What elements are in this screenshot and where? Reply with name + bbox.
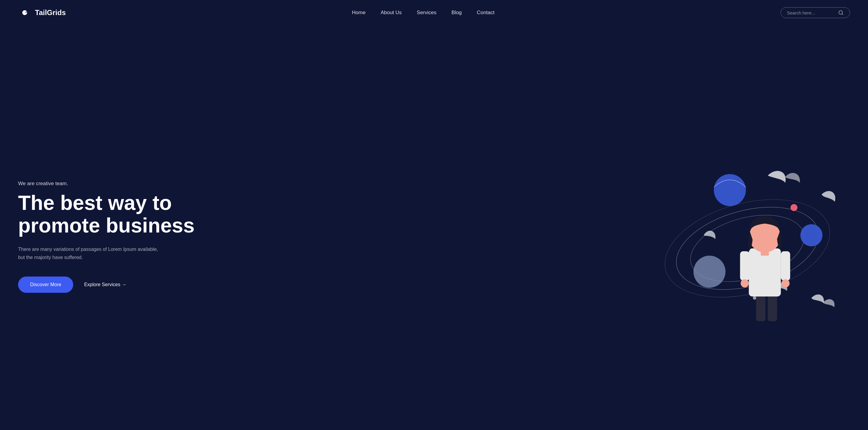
- hero-illustration-svg: [639, 149, 850, 324]
- hero-description: There are many variations of passages of…: [18, 245, 163, 261]
- svg-point-15: [741, 279, 749, 287]
- nav-home[interactable]: Home: [352, 10, 366, 16]
- nav-services[interactable]: Services: [417, 10, 436, 16]
- svg-point-8: [801, 224, 823, 246]
- svg-point-7: [790, 204, 798, 211]
- brand-name: TailGrids: [35, 8, 66, 17]
- svg-rect-16: [781, 251, 790, 281]
- hero-actions: Discover More Explore Services →: [18, 277, 195, 293]
- hero-illustration: [639, 149, 850, 324]
- svg-point-3: [667, 193, 828, 304]
- hero-heading-line2: promote business: [18, 214, 195, 237]
- explore-services-button[interactable]: Explore Services →: [84, 282, 127, 287]
- discover-more-button[interactable]: Discover More: [18, 277, 73, 293]
- svg-point-6: [714, 174, 746, 206]
- search-icon: [838, 10, 844, 16]
- search-bar: [781, 7, 850, 18]
- hero-heading: The best way to promote business: [18, 192, 195, 237]
- navbar: TailGrids Home About Us Services Blog Co…: [0, 0, 868, 25]
- brand-logo-icon: [18, 6, 31, 19]
- svg-rect-19: [761, 250, 769, 256]
- search-button[interactable]: [838, 10, 844, 16]
- nav-about[interactable]: About Us: [381, 10, 402, 16]
- nav-links: Home About Us Services Blog Contact: [352, 10, 495, 16]
- nav-contact[interactable]: Contact: [477, 10, 495, 16]
- search-input[interactable]: [787, 10, 835, 16]
- hero-heading-line1: The best way to: [18, 191, 172, 214]
- hero-content: We are creative team. The best way to pr…: [18, 181, 195, 293]
- svg-point-17: [781, 279, 789, 287]
- svg-point-10: [753, 296, 756, 300]
- nav-blog[interactable]: Blog: [452, 10, 462, 16]
- hero-tagline: We are creative team.: [18, 181, 195, 187]
- svg-line-2: [842, 13, 843, 15]
- svg-point-4: [654, 183, 841, 314]
- svg-point-9: [693, 256, 725, 288]
- logo[interactable]: TailGrids: [18, 6, 66, 19]
- hero-section: We are creative team. The best way to pr…: [0, 25, 868, 430]
- svg-rect-14: [740, 251, 749, 281]
